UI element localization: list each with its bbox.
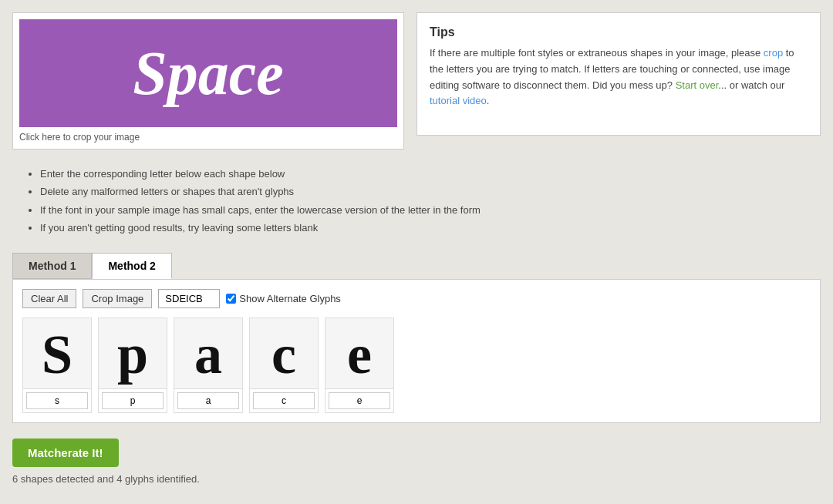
clear-all-button[interactable]: Clear All xyxy=(22,289,76,308)
status-text: 6 shapes detected and 4 glyphs identifie… xyxy=(12,473,821,485)
instruction-item: Delete any malformed letters or shapes t… xyxy=(40,183,808,200)
glyph-letter-input[interactable] xyxy=(329,392,390,409)
glyph-char: S xyxy=(23,318,91,388)
tab-method2[interactable]: Method 2 xyxy=(92,253,171,279)
tips-body-start: If there are multiple font styles or ext… xyxy=(430,47,764,59)
matcherate-button[interactable]: Matcherate It! xyxy=(12,438,119,467)
image-panel: Space Click here to crop your image xyxy=(12,12,404,150)
show-alternate-text: Show Alternate Glyphs xyxy=(239,293,341,304)
tips-title: Tips xyxy=(430,25,808,39)
tutorial-link[interactable]: tutorial video xyxy=(430,95,487,106)
glyph-input-wrapper xyxy=(99,388,167,412)
working-area: Clear All Crop Image Show Alternate Glyp… xyxy=(12,279,821,423)
tips-body-end: ... or watch our xyxy=(718,79,784,91)
glyph-item: e xyxy=(325,318,394,413)
top-section: Space Click here to crop your image Tips… xyxy=(12,12,821,150)
glyph-letter-input[interactable] xyxy=(102,392,164,409)
crop-link[interactable]: crop xyxy=(764,47,783,59)
glyphs-row: Space xyxy=(22,318,811,413)
crop-hint[interactable]: Click here to crop your image xyxy=(19,132,397,143)
start-over-link[interactable]: Start over xyxy=(676,79,719,91)
toolbar: Clear All Crop Image Show Alternate Glyp… xyxy=(22,289,811,308)
glyph-input-wrapper xyxy=(174,388,242,412)
glyph-input-wrapper xyxy=(250,388,318,412)
instruction-item: Enter the corresponding letter below eac… xyxy=(40,165,808,183)
glyph-char: c xyxy=(250,318,318,388)
bottom-section: Matcherate It! 6 shapes detected and 4 g… xyxy=(12,432,821,491)
instructions-section: Enter the corresponding letter below eac… xyxy=(12,159,821,244)
tabs-row: Method 1 Method 2 xyxy=(12,253,821,279)
glyph-letter-input[interactable] xyxy=(253,392,315,409)
sample-image[interactable]: Space xyxy=(19,19,397,127)
show-alternate-label[interactable]: Show Alternate Glyphs xyxy=(226,293,341,304)
glyph-item: c xyxy=(249,318,319,413)
glyph-letter-input[interactable] xyxy=(26,392,88,409)
instructions-list: Enter the corresponding letter below eac… xyxy=(25,165,808,237)
glyph-char: p xyxy=(99,318,167,388)
glyph-input-wrapper xyxy=(23,388,91,412)
instruction-item: If you aren't getting good results, try … xyxy=(40,219,808,237)
glyph-item: a xyxy=(174,318,243,413)
tips-panel: Tips If there are multiple font styles o… xyxy=(416,12,821,136)
tips-period: . xyxy=(487,95,490,106)
tabs-section: Method 1 Method 2 Clear All Crop Image S… xyxy=(12,253,821,423)
glyph-item: S xyxy=(22,318,92,413)
tab-method1[interactable]: Method 1 xyxy=(12,253,92,279)
crop-image-button[interactable]: Crop Image xyxy=(83,289,152,308)
glyph-letter-input[interactable] xyxy=(177,392,239,409)
glyph-id-input[interactable] xyxy=(158,289,220,308)
glyph-item: p xyxy=(98,318,167,413)
sample-image-text: Space xyxy=(133,39,284,109)
show-alternate-checkbox[interactable] xyxy=(226,294,236,304)
tips-text: If there are multiple font styles or ext… xyxy=(430,45,808,109)
glyph-char: e xyxy=(325,318,393,388)
instruction-item: If the font in your sample image has sma… xyxy=(40,201,808,219)
glyph-char: a xyxy=(174,318,242,388)
glyph-input-wrapper xyxy=(325,388,393,412)
